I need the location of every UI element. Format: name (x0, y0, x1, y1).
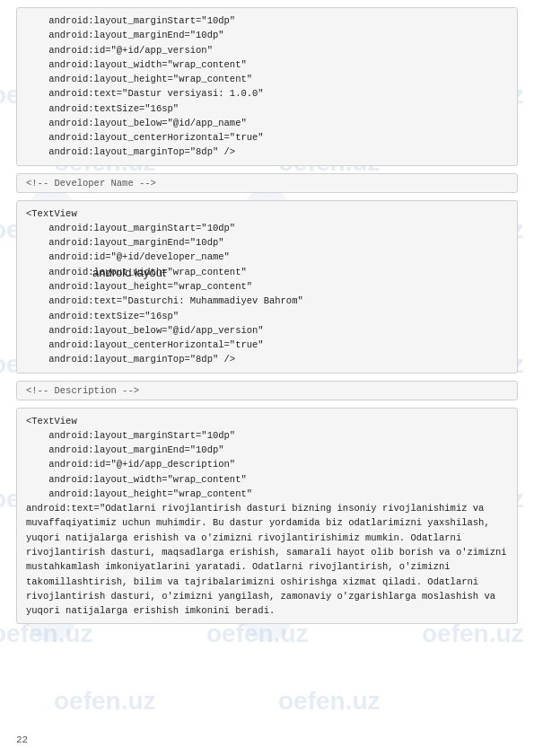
watermark-text: oefen.uz (278, 687, 381, 716)
code-block-3: <TextView android:layout_marginStart="10… (16, 408, 518, 625)
comment-description: <!-- Description --> (16, 381, 518, 400)
page-content: android:layout_marginStart="10dp" androi… (0, 0, 534, 647)
page-number: 22 (16, 734, 28, 745)
description-prose: android:text="Odatlarni rivojlantirish d… (26, 501, 508, 618)
code-block-2: <TextView android:layout_marginStart="10… (16, 200, 518, 374)
android-layout-label: android layout (92, 266, 166, 279)
watermark-text: oefen.uz (54, 687, 156, 716)
description-code-lines: <TextView android:layout_marginStart="10… (26, 414, 508, 502)
comment-developer-name: <!-- Developer Name --> (16, 173, 518, 193)
code-block-1: android:layout_marginStart="10dp" androi… (16, 7, 518, 166)
